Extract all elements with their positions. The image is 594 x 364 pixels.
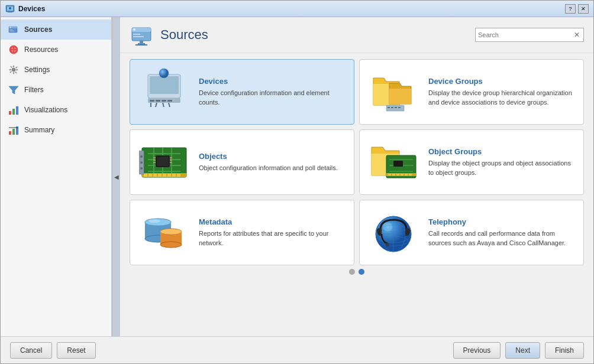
search-clear-button[interactable]: ✕ bbox=[573, 31, 581, 39]
sidebar-label-resources: Resources bbox=[24, 46, 58, 54]
card-metadata[interactable]: Metadata Reports for attributes that are… bbox=[130, 200, 354, 265]
window-controls: ? ✕ bbox=[565, 4, 589, 14]
card-device-groups-text: Device Groups Display the device group h… bbox=[428, 77, 576, 107]
svg-rect-37 bbox=[162, 100, 166, 102]
svg-rect-57 bbox=[157, 157, 169, 166]
svg-rect-67 bbox=[153, 174, 157, 177]
title-bar: Devices ? ✕ bbox=[1, 1, 593, 17]
main-title: Sources bbox=[160, 27, 208, 43]
sources-icon bbox=[8, 24, 20, 35]
title-bar-left: Devices bbox=[5, 4, 45, 14]
pagination-dot-1[interactable] bbox=[349, 269, 355, 275]
svg-rect-88 bbox=[409, 174, 412, 176]
sidebar-item-visualizations[interactable]: Visualizations bbox=[1, 100, 111, 120]
next-button[interactable]: Next bbox=[505, 342, 540, 359]
sidebar-label-settings: Settings bbox=[24, 66, 50, 74]
card-devices-text: Devices Device configuration information… bbox=[199, 77, 347, 107]
cards-grid: Devices Device configuration information… bbox=[130, 59, 584, 265]
svg-rect-44 bbox=[388, 107, 390, 108]
svg-rect-38 bbox=[167, 100, 172, 102]
footer: Cancel Reset Previous Next Finish bbox=[1, 336, 593, 363]
search-box: ✕ bbox=[475, 28, 584, 42]
pagination-dot-2[interactable] bbox=[359, 269, 364, 275]
svg-rect-58 bbox=[153, 157, 156, 158]
object-groups-illustration bbox=[369, 139, 419, 186]
sidebar-item-settings[interactable]: Settings bbox=[1, 60, 111, 80]
svg-rect-36 bbox=[156, 100, 160, 102]
svg-rect-60 bbox=[153, 162, 156, 163]
svg-line-41 bbox=[163, 103, 164, 107]
card-objects[interactable]: Objects Object configuration information… bbox=[130, 129, 354, 195]
svg-rect-69 bbox=[163, 174, 166, 177]
device-groups-illustration bbox=[369, 69, 419, 116]
svg-rect-84 bbox=[392, 174, 395, 176]
footer-left-buttons: Cancel Reset bbox=[10, 342, 96, 359]
search-input[interactable] bbox=[478, 31, 573, 38]
svg-point-95 bbox=[160, 242, 182, 248]
sidebar-item-sources[interactable]: Sources bbox=[1, 20, 111, 40]
svg-point-33 bbox=[159, 69, 169, 78]
summary-icon bbox=[8, 124, 20, 136]
finish-button[interactable]: Finish bbox=[545, 342, 584, 359]
svg-rect-87 bbox=[405, 174, 408, 176]
sidebar-label-visualizations: Visualizations bbox=[24, 106, 67, 114]
filters-icon bbox=[8, 84, 20, 96]
svg-rect-81 bbox=[393, 161, 403, 167]
card-device-groups-desc: Display the device group hierarchical or… bbox=[428, 89, 576, 107]
svg-point-105 bbox=[386, 243, 389, 246]
help-button[interactable]: ? bbox=[565, 4, 576, 14]
svg-point-74 bbox=[140, 155, 143, 158]
card-object-groups[interactable]: Object Groups Display the object groups … bbox=[359, 129, 584, 195]
card-devices-desc: Device configuration information and ele… bbox=[199, 89, 347, 107]
svg-rect-9 bbox=[9, 31, 14, 31]
svg-rect-83 bbox=[388, 174, 391, 176]
cancel-button[interactable]: Cancel bbox=[10, 342, 52, 359]
svg-rect-85 bbox=[396, 174, 399, 176]
sidebar-item-filters[interactable]: Filters bbox=[1, 80, 111, 100]
card-telephony[interactable]: Telephony Call records and call performa… bbox=[359, 200, 584, 265]
card-telephony-image bbox=[367, 207, 420, 258]
svg-rect-35 bbox=[150, 100, 154, 102]
svg-rect-71 bbox=[172, 174, 176, 177]
card-metadata-title: Metadata bbox=[199, 217, 347, 226]
svg-rect-59 bbox=[153, 160, 156, 161]
svg-rect-18 bbox=[16, 106, 18, 115]
svg-rect-32 bbox=[150, 76, 179, 94]
reset-button[interactable]: Reset bbox=[57, 342, 95, 359]
main-area: Sources ✕ bbox=[120, 17, 593, 336]
card-devices-image bbox=[137, 67, 191, 117]
main-window: Devices ? ✕ Sources bbox=[0, 0, 594, 364]
previous-button[interactable]: Previous bbox=[453, 342, 501, 359]
close-button[interactable]: ✕ bbox=[578, 4, 589, 14]
svg-point-76 bbox=[140, 167, 143, 170]
sidebar-item-resources[interactable]: Resources bbox=[1, 40, 111, 60]
card-devices[interactable]: Devices Device configuration information… bbox=[130, 59, 354, 125]
svg-rect-61 bbox=[170, 157, 172, 158]
visualizations-icon bbox=[8, 104, 20, 116]
card-objects-image bbox=[137, 137, 191, 187]
svg-line-40 bbox=[156, 103, 157, 107]
card-objects-title: Objects bbox=[199, 152, 347, 161]
card-device-groups-image bbox=[367, 67, 420, 117]
svg-point-97 bbox=[148, 219, 160, 223]
svg-marker-15 bbox=[9, 86, 18, 94]
card-object-groups-title: Object Groups bbox=[428, 147, 576, 156]
devices-illustration bbox=[139, 69, 189, 116]
card-object-groups-image bbox=[367, 137, 420, 187]
card-devices-title: Devices bbox=[199, 77, 347, 86]
sidebar-item-summary[interactable]: Summary bbox=[1, 120, 111, 140]
svg-rect-29 bbox=[138, 43, 145, 44]
sidebar-collapse-handle[interactable]: ◀ bbox=[112, 17, 120, 336]
svg-rect-47 bbox=[398, 107, 401, 108]
svg-rect-72 bbox=[177, 174, 180, 177]
svg-point-25 bbox=[133, 28, 135, 31]
svg-rect-19 bbox=[9, 131, 11, 135]
svg-rect-63 bbox=[170, 162, 172, 163]
card-device-groups[interactable]: Device Groups Display the device group h… bbox=[359, 59, 584, 125]
card-metadata-image bbox=[137, 207, 191, 258]
svg-rect-8 bbox=[9, 30, 12, 30]
svg-rect-66 bbox=[148, 174, 152, 177]
svg-rect-13 bbox=[9, 49, 18, 50]
svg-rect-70 bbox=[167, 174, 171, 177]
card-objects-text: Objects Object configuration information… bbox=[199, 152, 347, 173]
